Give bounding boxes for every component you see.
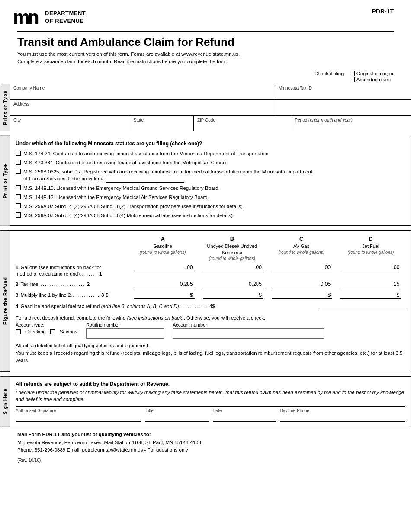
mn-tax-id-input[interactable] xyxy=(279,90,408,98)
statute-checkbox-7[interactable] xyxy=(16,212,21,218)
row-1: 1 Gallons (see instructions on back form… xyxy=(16,264,405,277)
row-4: 4 Gasoline and special fuel tax refund (… xyxy=(16,302,405,311)
amended-claim-checkbox[interactable] xyxy=(350,77,355,82)
subtitle-line1: You must use the most current version of… xyxy=(17,51,394,58)
statute-text-3: M.S. 256B.0625, subd. 17. Registered wit… xyxy=(23,168,312,183)
statute-text-7: M.S. 296A.07 Subd. 4 (4)/296A.08 Subd. 3… xyxy=(23,212,234,219)
state-input[interactable] xyxy=(134,122,190,130)
row2-d-input[interactable] xyxy=(340,281,401,288)
row1-c-input[interactable] xyxy=(272,264,332,271)
city-input[interactable] xyxy=(13,122,126,130)
row-3: 3 Multiply line 1 by line 2.............… xyxy=(16,292,405,299)
header: mn DEPARTMENT OF REVENUE PDR-1T xyxy=(0,0,411,31)
address-label: Address xyxy=(13,102,271,106)
print-type-side-label: Print or Type xyxy=(0,84,10,131)
address-input[interactable] xyxy=(13,106,271,114)
routing-section: Routing number xyxy=(86,322,164,339)
statute-checkbox-2[interactable] xyxy=(16,160,21,165)
row1-b-input[interactable] xyxy=(203,264,263,271)
routing-input[interactable] xyxy=(86,328,164,339)
city-cell: City xyxy=(10,116,130,131)
row1-a-input[interactable] xyxy=(134,264,195,271)
address-right-cell xyxy=(275,100,411,115)
mn-logo: mn xyxy=(13,8,41,27)
row2-label: 2 Tax rate..................... 2 xyxy=(16,281,128,288)
title-label: Title xyxy=(145,408,208,413)
address-cell: Address xyxy=(10,100,275,115)
statute-checkbox-1[interactable] xyxy=(16,151,21,156)
title-line[interactable] xyxy=(145,413,208,422)
row-2: 2 Tax rate..................... 2 xyxy=(16,281,405,288)
row2-a-input[interactable] xyxy=(134,281,195,288)
phone-label: Daytime Phone xyxy=(280,408,405,413)
notes-line1: Attach a detailed list of all qualifying… xyxy=(16,342,405,349)
print-type-content: Company Name Minnesota Tax ID Address xyxy=(10,84,411,131)
sign-section: Sign Here All refunds are subject to aud… xyxy=(0,376,411,426)
statute-checkbox-4[interactable] xyxy=(16,185,21,190)
direct-deposit: For a direct deposit refund, complete th… xyxy=(16,315,405,339)
notes-line2: You must keep all records regarding this… xyxy=(16,349,405,365)
account-checkboxes: Checking Savings xyxy=(16,329,77,334)
row1-inputs xyxy=(130,264,405,271)
period-input[interactable] xyxy=(295,122,408,130)
statute-item-6: M.S. 296A.07 Subd. 4 (2)/296A.08 Subd. 3… xyxy=(16,203,405,210)
company-name-input[interactable] xyxy=(13,90,271,98)
sig-line[interactable] xyxy=(16,413,141,422)
row3-a-input[interactable] xyxy=(134,292,195,299)
sig-field: Authorized Signature xyxy=(16,408,141,422)
col-c-header: C AV Gas (round to whole gallons) xyxy=(267,235,336,262)
company-row: Company Name Minnesota Tax ID xyxy=(10,84,411,100)
account-num-input[interactable] xyxy=(173,328,324,339)
zip-cell: ZIP Code xyxy=(194,116,291,131)
phone-field: Daytime Phone xyxy=(280,408,405,422)
subtitle-line2: Complete a separate claim for each month… xyxy=(17,58,394,65)
check-if-filing-label: Check if filing: xyxy=(314,71,345,76)
row4-label: 4 Gasoline and special fuel tax refund (… xyxy=(16,304,319,309)
company-name-cell: Company Name xyxy=(10,84,275,99)
revision: (Rev. 10/18) xyxy=(17,457,394,464)
col-d-header: D Jet Fuel (round to whole gallons) xyxy=(336,235,405,262)
original-claim-checkbox[interactable] xyxy=(350,71,355,76)
statute-text-5: M.S. 144E.12. Licensed with the Emergenc… xyxy=(23,194,209,201)
company-name-label: Company Name xyxy=(13,86,271,90)
notes-section: Attach a detailed list of all qualifying… xyxy=(16,342,405,365)
row3-c-input[interactable] xyxy=(272,292,332,299)
row3-d-input[interactable] xyxy=(340,292,401,299)
state-label: State xyxy=(134,118,190,122)
statute-checkbox-5[interactable] xyxy=(16,194,21,199)
date-label: Date xyxy=(213,408,276,413)
row1-label: 1 Gallons (see instructions on back form… xyxy=(16,264,128,277)
dept-line2: OF REVENUE xyxy=(45,17,86,25)
subtitle: You must use the most current version of… xyxy=(17,51,394,66)
amended-claim-label: Amended claim xyxy=(356,77,391,82)
col-headers: A Gasoline (round to whole gallons) B Un… xyxy=(16,235,405,262)
sign-content: All refunds are subject to audit by the … xyxy=(10,376,411,426)
row1-d-input[interactable] xyxy=(340,264,401,271)
statute-text-1: M.S. 174.24. Contracted to and receiving… xyxy=(23,150,270,157)
phone-line[interactable] xyxy=(280,413,405,422)
date-line[interactable] xyxy=(213,413,276,422)
account-type-section: Account type: Checking Savings xyxy=(16,322,77,334)
mn-icon: mn xyxy=(13,8,41,27)
checking-checkbox[interactable] xyxy=(16,329,21,334)
statute-checkbox-6[interactable] xyxy=(16,203,21,208)
date-field: Date xyxy=(213,408,276,422)
print-type-section: Print or Type Company Name Minnesota Tax… xyxy=(0,84,411,131)
footer: Mail Form PDR-1T and your list of qualif… xyxy=(0,426,411,468)
zip-input[interactable] xyxy=(197,122,287,130)
title-section: Transit and Ambulance Claim for Refund Y… xyxy=(0,32,411,68)
row2-c-input[interactable] xyxy=(272,281,332,288)
state-cell: State xyxy=(130,116,194,131)
row2-inputs xyxy=(130,281,405,288)
title-field: Title xyxy=(145,408,208,422)
row3-b-input[interactable] xyxy=(203,292,263,299)
savings-label: Savings xyxy=(60,329,77,334)
account-num-section: Account number xyxy=(173,322,324,339)
statute-item-2: M.S. 473.384. Contracted to and receivin… xyxy=(16,159,405,166)
account-type-label: Account type: xyxy=(16,322,77,327)
savings-checkbox[interactable] xyxy=(50,329,55,334)
statute-text-4: M.S. 144E.10. Licensed with the Emergenc… xyxy=(23,185,220,192)
row4-input[interactable] xyxy=(319,302,405,311)
statute-checkbox-3[interactable] xyxy=(16,169,21,174)
row2-b-input[interactable] xyxy=(203,281,263,288)
